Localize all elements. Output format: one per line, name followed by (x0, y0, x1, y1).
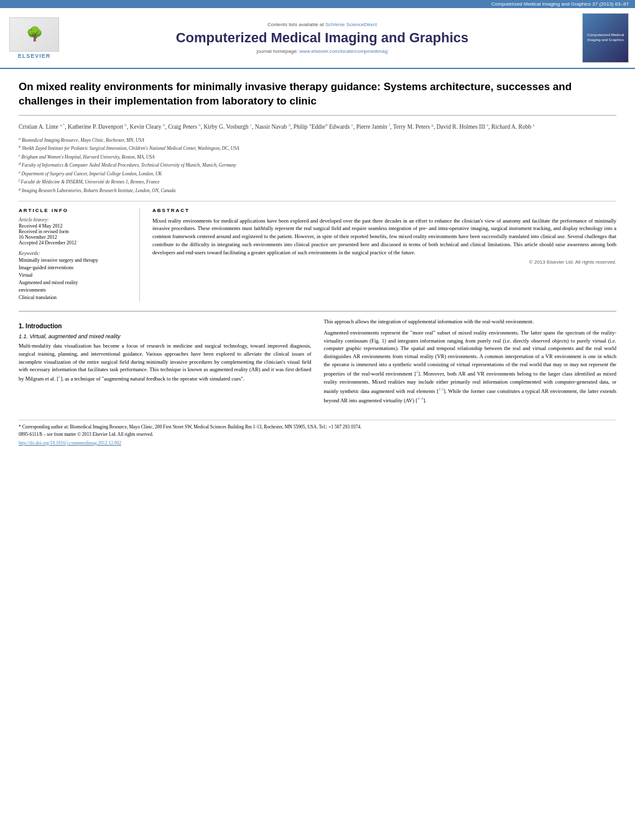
intro-paragraph-right-1: This approach allows the integration of … (324, 318, 617, 326)
journal-reference: Computerized Medical Imaging and Graphic… (491, 1, 629, 7)
affiliation-e: e Department of Surgery and Cancer, Impe… (19, 171, 162, 177)
footer-doi: http://dx.doi.org/10.1016/j.compmedimag.… (19, 440, 616, 446)
keyword-2: Image-guided interventions (19, 264, 130, 272)
affiliation-d: d Faculty of Informatics & Computer Aide… (19, 162, 236, 168)
top-bar: Computerized Medical Imaging and Graphic… (0, 0, 635, 8)
affiliations: a Biomedical Imaging Resource, Mayo Clin… (19, 136, 616, 201)
journal-thumbnail: Computerized Medical Imaging and Graphic… (582, 13, 629, 63)
main-content: 1. Introduction 1.1. Virtual, augmented … (19, 318, 616, 408)
keyword-1: Minimally invasive surgery and therapy (19, 257, 130, 264)
sciverse-line: Contents lists available at SciVerse Sci… (68, 22, 576, 27)
keywords-label: Keywords: (19, 251, 130, 256)
copyright: © 2013 Elsevier Ltd. All rights reserved… (152, 259, 616, 265)
affiliation-a: a Biomedical Imaging Resource, Mayo Clin… (19, 137, 144, 143)
keyword-4b: environments (19, 287, 130, 294)
doi-link[interactable]: http://dx.doi.org/10.1016/j.compmedimag.… (19, 440, 121, 446)
article-info-col: ARTICLE INFO Article history: Received 4… (19, 208, 140, 302)
homepage-url[interactable]: www.elsevier.com/locate/compmedimag (299, 48, 387, 54)
main-left: 1. Introduction 1.1. Virtual, augmented … (19, 318, 312, 408)
elsevier-brand: ELSEVIER (18, 53, 51, 59)
authors: Cristian A. Linte a,*, Katherine P. Dave… (19, 122, 616, 132)
elsevier-logo-section: 🌳 ELSEVIER (6, 17, 62, 59)
sciverse-link[interactable]: SciVerse ScienceDirect (325, 22, 377, 27)
keyword-5: Clinical translation (19, 294, 130, 302)
article-info-abstract-section: ARTICLE INFO Article history: Received 4… (19, 208, 616, 302)
footer-area: * Corresponding author at: Biomedical Im… (19, 420, 616, 446)
journal-header: 🌳 ELSEVIER Contents lists available at S… (0, 8, 635, 69)
keyword-4: Augmented and mixed reality (19, 279, 130, 287)
thumb-text: Computerized Medical Imaging and Graphic… (585, 33, 626, 43)
main-right: This approach allows the integration of … (324, 318, 617, 408)
intro-paragraph-right-2: Augmented environments represent the "mo… (324, 329, 617, 405)
affiliation-g: g Imaging Research Laboratories, Robarts… (19, 188, 175, 193)
keywords-section: Keywords: Minimally invasive surgery and… (19, 251, 130, 302)
received-date: Received 4 May 2012 (19, 223, 130, 229)
abstract-header: ABSTRACT (152, 208, 616, 213)
tree-icon: 🌳 (26, 26, 43, 42)
subsection-1-1-title: 1.1. Virtual, augmented and mixed realit… (19, 333, 312, 339)
article-info-header: ARTICLE INFO (19, 208, 130, 213)
section-1-title: 1. Introduction (19, 323, 312, 330)
abstract-col: ABSTRACT Mixed reality environments for … (152, 208, 616, 302)
affiliation-f: f Faculté de Médecine & INSERM, Universi… (19, 179, 160, 185)
revised-date: Received in revised form16 November 2012 (19, 229, 130, 240)
abstract-text: Mixed reality environments for medical a… (152, 217, 616, 257)
section-divider (19, 311, 616, 312)
history-label: Article history: (19, 217, 130, 223)
affiliation-b: b Sheikh Zayed Institute for Pediatric S… (19, 145, 239, 151)
affiliation-c: c Brigham and Women's Hospital, Harvard … (19, 154, 155, 160)
article-container: On mixed reality environments for minima… (0, 69, 635, 460)
footer-issn: 0895-6111/$ – see front matter © 2013 El… (19, 431, 616, 438)
journal-homepage: journal homepage: www.elsevier.com/locat… (68, 48, 576, 54)
intro-paragraph-1: Multi-modality data visualization has be… (19, 342, 312, 383)
authors-text: Cristian A. Linte a,*, Katherine P. Dave… (19, 124, 535, 130)
journal-center: Contents lists available at SciVerse Sci… (62, 22, 582, 54)
article-title: On mixed reality environments for minima… (19, 80, 616, 116)
accepted-date: Accepted 24 December 2012 (19, 240, 130, 246)
elsevier-logo-image: 🌳 (9, 17, 59, 52)
keyword-3: Virtual (19, 272, 130, 279)
journal-title: Computerized Medical Imaging and Graphic… (68, 30, 576, 46)
footnote-corresponding: * Corresponding author at: Biomedical Im… (19, 424, 616, 430)
